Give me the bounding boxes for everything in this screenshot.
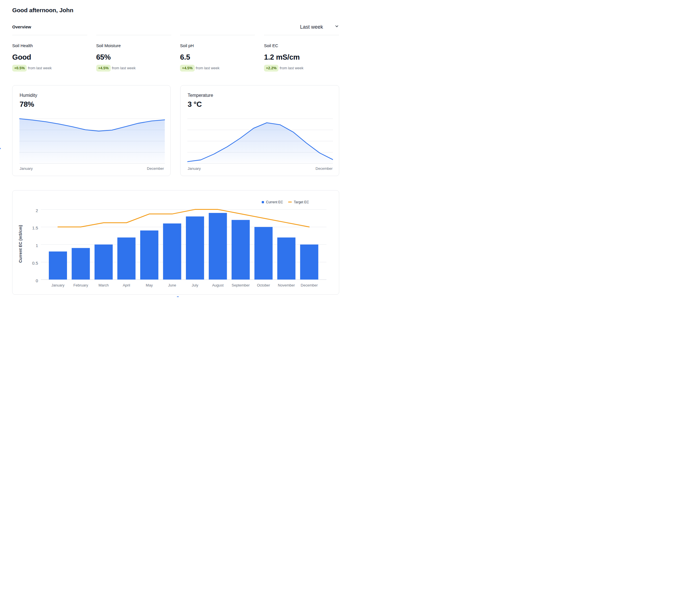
- svg-text:2: 2: [36, 208, 38, 213]
- svg-text:Current EC (mS/cm): Current EC (mS/cm): [18, 225, 23, 263]
- svg-text:January: January: [52, 283, 65, 287]
- svg-text:December: December: [301, 283, 318, 287]
- svg-text:April: April: [123, 283, 130, 287]
- svg-text:August: August: [212, 283, 224, 287]
- svg-text:March: March: [99, 283, 109, 287]
- svg-text:September: September: [232, 283, 250, 287]
- svg-text:1.5: 1.5: [32, 226, 38, 230]
- svg-text:February: February: [73, 283, 88, 287]
- svg-text:July: July: [192, 283, 198, 287]
- svg-text:0.5: 0.5: [32, 261, 38, 265]
- svg-text:1: 1: [36, 243, 38, 248]
- svg-text:0: 0: [36, 278, 38, 283]
- svg-text:November: November: [278, 283, 295, 287]
- svg-text:June: June: [168, 283, 176, 287]
- svg-text:October: October: [257, 283, 270, 287]
- svg-text:May: May: [146, 283, 153, 287]
